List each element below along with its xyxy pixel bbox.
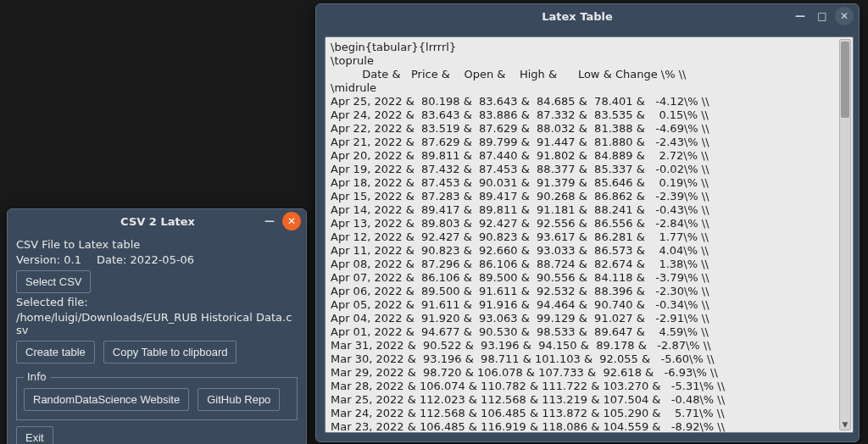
create-table-button[interactable]: Create table (16, 341, 95, 364)
close-icon[interactable]: ✕ (282, 212, 301, 230)
scroll-down-icon[interactable]: ▼ (841, 419, 849, 430)
latex-titlebar[interactable]: Latex Table — □ ✕ (316, 4, 859, 28)
latex-table-window: Latex Table — □ ✕ \begin{tabular}{lrrrrl… (315, 3, 860, 442)
headline-label: CSV File to Latex table (16, 238, 298, 251)
website-button[interactable]: RandomDataScience Website (24, 388, 189, 411)
selected-file-label: Selected file: (16, 296, 298, 308)
minimize-icon[interactable]: — (260, 212, 279, 230)
close-icon[interactable]: ✕ (835, 7, 854, 25)
date-label: Date: 2022-05-06 (97, 253, 194, 266)
selected-file-path: /home/luigi/Downloads/EUR_RUB Historical… (16, 311, 298, 336)
scrollbar-track[interactable]: ▲ ▼ (839, 39, 851, 430)
minimize-icon[interactable]: — (791, 7, 810, 25)
csv2latex-body: CSV File to Latex table Version: 0.1 Dat… (8, 233, 306, 444)
info-group: Info RandomDataScience Website GitHub Re… (16, 371, 298, 420)
github-button[interactable]: GitHub Repo (198, 388, 280, 411)
csv2latex-window: CSV 2 Latex — ✕ CSV File to Latex table … (7, 208, 307, 444)
latex-title: Latex Table (367, 10, 787, 23)
latex-output-textarea[interactable]: \begin{tabular}{lrrrrl} \toprule Date & … (325, 36, 854, 433)
scrollbar-thumb[interactable] (841, 42, 849, 118)
maximize-icon[interactable]: □ (813, 7, 832, 25)
copy-table-button[interactable]: Copy Table to clipboard (103, 341, 237, 364)
csv2latex-titlebar[interactable]: CSV 2 Latex — ✕ (8, 209, 306, 233)
select-csv-button[interactable]: Select CSV (16, 270, 91, 293)
exit-button[interactable]: Exit (16, 426, 53, 444)
csv2latex-title: CSV 2 Latex (58, 215, 257, 228)
latex-output-text: \begin{tabular}{lrrrrl} \toprule Date & … (331, 41, 851, 433)
info-legend: Info (24, 371, 50, 383)
version-label: Version: 0.1 (16, 253, 81, 266)
